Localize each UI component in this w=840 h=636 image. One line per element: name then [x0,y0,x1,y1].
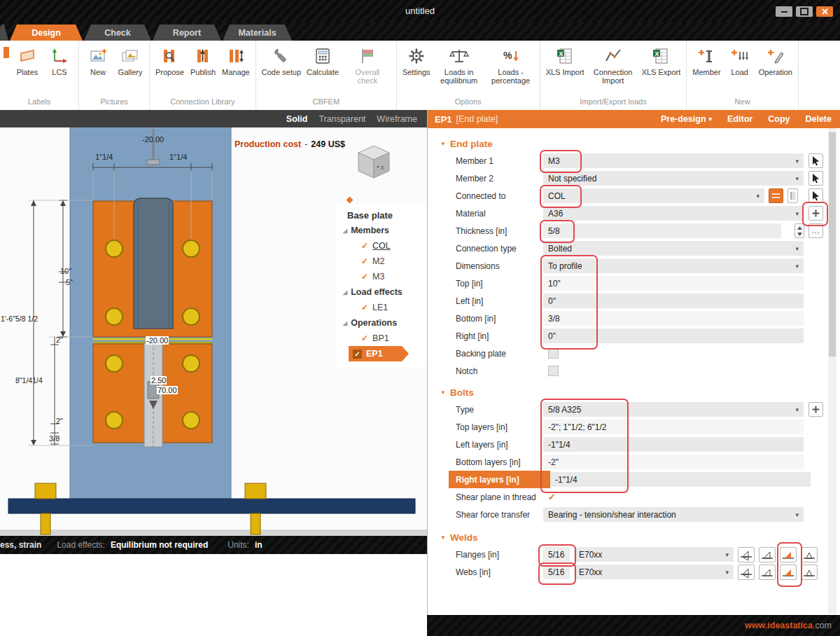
checkbox[interactable]: ✓ [353,350,362,359]
thickness-input[interactable]: 5/8 [543,223,781,238]
tree-group-load-effects[interactable]: ◢ Load effects [336,284,427,300]
bottom-input[interactable]: 3/8 [543,311,804,326]
section-welds[interactable]: ▼ Welds [428,529,840,546]
plate-stack-button[interactable] [769,188,783,203]
pick-member-button[interactable] [808,188,823,203]
ribbon-button-calculate[interactable]: Calculate [304,43,341,78]
tree-item-le1[interactable]: ✓ LE1 [336,300,427,315]
member1-dropdown[interactable]: M3 ▾ [543,153,804,168]
notch-checkbox[interactable] [548,366,559,376]
ribbon-button-publish[interactable]: Publish [188,43,218,78]
member2-dropdown[interactable]: Not specified ▾ [543,171,804,186]
clipped-ribbon-button[interactable] [4,43,10,85]
tab-design[interactable]: Design [10,25,83,41]
ribbon-button-manage[interactable]: Manage [220,43,252,78]
tab-report[interactable]: Report [153,25,221,41]
delete-button[interactable]: Delete [805,114,832,124]
backing-plate-checkbox[interactable] [548,348,559,359]
weld-type-both-sides-button[interactable] [738,547,755,562]
weld-type-butt-button[interactable] [801,565,818,580]
bolt-type-dropdown[interactable]: 5/8 A325 ▾ [543,402,804,417]
clipped-tab[interactable] [0,25,8,41]
tree-item-ep1-selected[interactable]: ✓ EP1 [349,346,402,361]
ribbon-button-propose[interactable]: Propose [153,43,186,78]
input-value: 0" [548,331,556,341]
ribbon-button-operation[interactable]: Operation [757,43,794,78]
left-layers-input[interactable]: -1"1/4 [543,437,804,452]
weld-type-fillet-solid-button[interactable] [780,547,797,562]
close-button[interactable] [816,6,833,17]
mode-transparent[interactable]: Transparent [318,114,365,124]
editor-button[interactable]: Editor [727,114,752,124]
left-input[interactable]: 0" [543,293,804,308]
ribbon-button-label: XLS Export [642,68,681,76]
connected-to-dropdown[interactable]: COL ▾ [543,188,764,203]
scrollbar-track[interactable] [828,128,836,614]
pick-member-button[interactable] [808,171,823,186]
weld-type-fillet-solid-button[interactable] [780,565,797,580]
web-weld-size-input[interactable]: 5/16 [543,565,570,579]
predesign-dropdown[interactable]: Pre-design ▾ [661,114,712,124]
model-viewport[interactable]: -20.00 1"1/4 1"1/4 10" 5" 1'-6"5/8 1/2 2… [0,127,427,536]
view-cube[interactable]: x [351,143,396,186]
ribbon-button-overall-check[interactable]: Overall check [342,43,393,88]
restore-button[interactable] [796,6,813,17]
copy-button[interactable]: Copy [768,114,790,124]
scrollbar-thumb[interactable] [829,132,836,357]
columns-button[interactable] [788,188,798,203]
ribbon-button-new-picture[interactable]: New [83,43,113,78]
ribbon-button-xls-import[interactable]: X XLS Import [544,43,587,78]
thickness-stepper[interactable] [794,223,804,238]
ribbon-button-plates[interactable]: Plates [12,43,43,78]
ribbon-button-label: Member [692,68,720,76]
ribbon-button-loads-percentage[interactable]: % Loads - percentage [486,43,536,88]
add-bolt-type-button[interactable] [808,402,823,417]
input-value: 3/8 [548,314,560,324]
ribbon-button-loads-equilibrium[interactable]: Loads in equilibrium [434,43,484,88]
thickness-more-button[interactable]: ... [808,223,823,238]
section-end-plate[interactable]: ▼ End plate [428,135,840,152]
tree-item-m2[interactable]: ✓ M2 [336,254,427,269]
minimize-button[interactable] [776,6,792,17]
mode-wireframe[interactable]: Wireframe [377,114,417,124]
svg-text:X: X [559,50,564,57]
tab-materials[interactable]: Materials [223,25,292,41]
top-input[interactable]: 10" [543,276,804,291]
weld-type-both-sides-button[interactable] [738,565,755,580]
pick-member-button[interactable] [808,153,823,168]
ribbon-button-xls-export[interactable]: X XLS Export [640,43,683,78]
connection-type-dropdown[interactable]: Bolted ▾ [543,241,804,256]
ribbon-button-member[interactable]: Member [690,43,722,78]
weld-type-butt-button[interactable] [801,547,818,562]
ribbon-button-code-setup[interactable]: Code setup [260,43,303,78]
weld-type-fillet-button[interactable] [759,547,776,562]
right-layers-input[interactable]: -1"1/4 [550,472,811,487]
ribbon-button-gallery[interactable]: Gallery [115,43,146,78]
weld-type-fillet-button[interactable] [759,565,776,580]
flange-weld-size-input[interactable]: 5/16 [543,547,570,562]
ribbon-group-label: Connection Library [150,97,255,110]
ribbon-button-lcs[interactable]: LCS [44,43,75,78]
material-dropdown[interactable]: A36 ▾ [543,206,804,221]
tree-item-bp1[interactable]: ✓ BP1 [336,331,427,346]
web-electrode-dropdown[interactable]: E70xx ▾ [574,565,734,579]
top-layers-input[interactable]: -2"; 1"1/2; 6"1/2 [543,420,804,434]
add-material-button[interactable] [808,206,823,221]
section-bolts[interactable]: ▼ Bolts [428,384,840,401]
dimensions-dropdown[interactable]: To profile ▾ [543,258,804,273]
tree-item-m3[interactable]: ✓ M3 [336,269,427,284]
tree-group-operations[interactable]: ◢ Operations [336,315,427,331]
ribbon-button-settings[interactable]: Settings [400,43,433,78]
tree-group-members[interactable]: ◢ Members [336,223,427,238]
ribbon-button-connection-import[interactable]: Connection Import [588,43,638,88]
shear-plane-checkbox[interactable]: ✓ [548,492,556,502]
right-input[interactable]: 0" [543,329,804,343]
flange-electrode-dropdown[interactable]: E70xx ▾ [574,547,734,562]
tree-item-col[interactable]: ✓ COL [336,238,427,254]
tab-check[interactable]: Check [84,25,151,41]
ribbon-button-load[interactable]: Load [724,43,755,78]
mode-solid[interactable]: Solid [286,114,308,124]
bottom-layers-input[interactable]: -2" [543,455,804,469]
website-link[interactable]: www.ideastatica [745,621,813,630]
shear-transfer-dropdown[interactable]: Bearing - tension/shear interaction ▾ [543,507,804,522]
